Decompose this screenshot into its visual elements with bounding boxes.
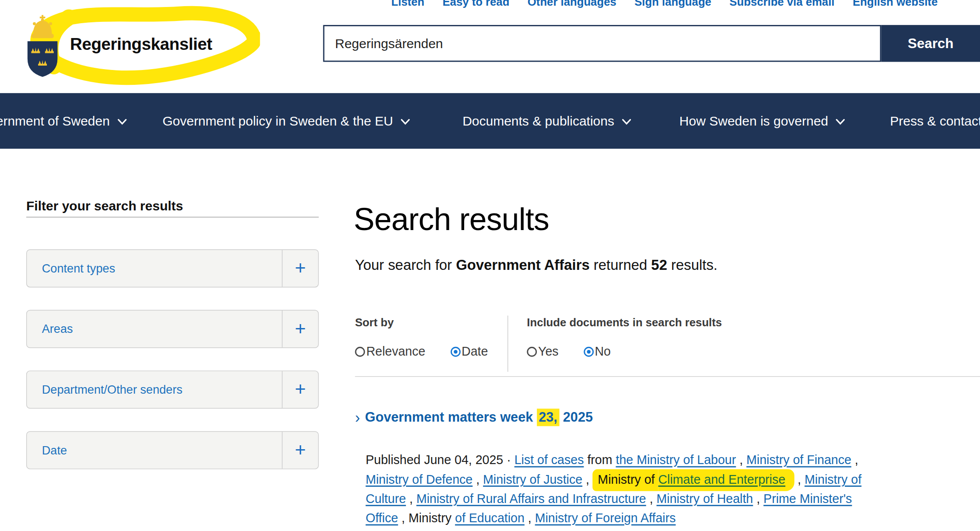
result-title-text: Government matters week [365,410,537,425]
plus-icon[interactable]: + [282,250,318,286]
utility-link-listen[interactable]: Listen [391,0,424,9]
radio-relevance[interactable] [355,346,365,356]
result-meta-text: , [398,511,409,525]
result-meta-text: from [584,453,616,467]
results-divider [355,376,980,377]
main-navbar: Government of Sweden Government policy i… [0,93,980,149]
utility-link-easy-to-read[interactable]: Easy to read [442,0,509,9]
plus-icon[interactable]: + [282,311,318,347]
summary-text: Your search for [355,257,456,273]
nav-label: Government policy in Sweden & the EU [162,113,393,128]
nav-item-press-contact[interactable]: Press & contact [890,93,980,149]
result-meta-link[interactable]: Ministry of Rural Affairs and Infrastruc… [416,492,646,505]
result-meta-link[interactable]: Ministry of Foreign Affairs [535,511,676,525]
filter-panel-divider [26,217,319,217]
filter-panel-title: Filter your search results [26,199,183,214]
filter-accordion-date[interactable]: Date + [26,431,319,469]
sort-by-label: Sort by [355,316,394,329]
radio-label-yes[interactable]: Yes [538,344,559,359]
result-meta-text: Published June 04, 2025 · [366,453,514,467]
utility-links: Listen Easy to read Other languages Sign… [391,0,938,9]
chevron-down-icon [401,119,410,125]
nav-item-how-sweden-is-governed[interactable]: How Sweden is governed [679,93,845,149]
result-meta-link[interactable]: the Ministry of Labour [616,453,736,467]
plus-icon[interactable]: + [282,371,318,408]
summary-text: results. [667,257,718,273]
vertical-divider [508,315,508,372]
nav-label: Government of Sweden [0,113,110,128]
result-meta-link[interactable]: Ministry of Health [657,492,753,505]
utility-link-english-website[interactable]: English website [853,0,938,9]
search-input[interactable] [324,26,880,61]
result-meta-link[interactable]: Climate and Enterprise [658,469,794,491]
result-meta-text: Ministry of [593,469,658,491]
chevron-right-icon: › [355,409,360,426]
radio-label-no[interactable]: No [595,344,611,359]
summary-text: returned [590,257,651,273]
chevron-down-icon [117,119,126,125]
result-count: 52 [651,257,667,273]
include-documents-label: Include documents in search results [527,316,722,329]
result-meta-link[interactable]: Culture [366,492,406,505]
filter-label: Department/Other senders [42,371,182,408]
result-meta: Published June 04, 2025 · List of cases … [366,451,953,528]
radio-yes[interactable] [527,346,537,356]
result-title-link[interactable]: ›Government matters week 23, 2025 [355,409,593,426]
results-summary: Your search for Government Affairs retur… [355,257,718,274]
nav-item-documents-publications[interactable]: Documents & publications [462,93,631,149]
result-meta-text: , [582,472,593,486]
chevron-down-icon [836,119,845,125]
result-meta-text: , [736,453,746,467]
result-meta-text: , [472,472,483,486]
result-meta-link[interactable]: List of cases [514,453,584,467]
search-button[interactable]: Search [881,25,980,62]
filter-label: Date [42,432,67,468]
search-query-text: Government Affairs [456,257,590,273]
plus-icon[interactable]: + [282,432,318,468]
result-meta-link[interactable]: Ministry of [805,472,861,486]
utility-link-sign-language[interactable]: Sign language [634,0,711,9]
swedish-coat-of-arms-logo[interactable] [26,13,59,80]
radio-date-selected[interactable] [450,346,460,356]
site-search-box [323,25,882,62]
nav-label: How Sweden is governed [679,113,828,128]
result-meta-link[interactable]: Ministry of Defence [366,472,473,486]
result-meta-link[interactable]: Ministry of Justice [483,472,582,486]
filter-label: Content types [42,250,115,286]
highlighted-search-term: 23, [537,409,559,426]
filter-accordion-areas[interactable]: Areas + [26,310,319,348]
result-meta-text: , [794,472,805,486]
utility-link-subscribe[interactable]: Subscribe via email [729,0,834,9]
page: Regeringskansliet Listen Easy to read Ot… [0,0,980,531]
sort-by-radios: Relevance Date [355,344,488,359]
nav-item-government-of-sweden[interactable]: Government of Sweden [0,93,126,149]
nav-label: Press & contact [890,113,980,128]
logo-wordmark[interactable]: Regeringskansliet [70,35,212,54]
nav-label: Documents & publications [462,113,614,128]
result-meta-text: , [646,492,657,505]
filter-accordion-department[interactable]: Department/Other senders + [26,370,319,409]
nav-item-government-policy[interactable]: Government policy in Sweden & the EU [162,93,410,149]
result-meta-text: , [406,492,416,505]
result-meta-link[interactable]: Ministry of Finance [746,453,851,467]
result-meta-link[interactable]: Office [366,511,398,525]
radio-label-date[interactable]: Date [462,344,488,359]
result-meta-link[interactable]: of Education [455,511,525,525]
result-meta-text: Ministry [409,511,455,525]
page-title: Search results [354,201,550,237]
result-meta-link[interactable]: Prime Minister's [763,492,852,505]
include-documents-radios: Yes No [527,344,611,359]
utility-link-other-languages[interactable]: Other languages [528,0,616,9]
radio-no-selected[interactable] [584,346,594,356]
radio-label-relevance[interactable]: Relevance [366,344,425,359]
result-meta-text: , [851,453,858,467]
result-meta-text: , [753,492,763,505]
result-meta-text: , [525,511,535,525]
chevron-down-icon [622,119,631,125]
filter-accordion-content-types[interactable]: Content types + [26,249,319,287]
result-title-text: 2025 [559,410,593,425]
filter-label: Areas [42,311,73,347]
